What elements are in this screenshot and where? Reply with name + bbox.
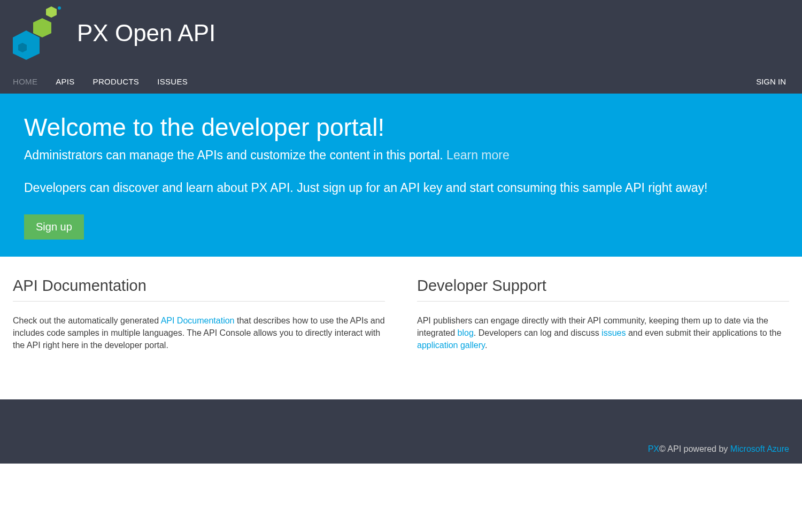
nav-apis[interactable]: APIS (56, 77, 74, 86)
left-text1: Check out the automatically generated (13, 316, 161, 325)
hero-subtitle-admin: Administrators can manage the APIs and c… (24, 148, 778, 163)
svg-point-4 (58, 6, 61, 10)
footer-px-link[interactable]: PX (648, 444, 659, 453)
api-documentation-link[interactable]: API Documentation (161, 316, 235, 325)
footer-mid: © API powered by (659, 444, 730, 453)
brand-title: PX Open API (77, 20, 215, 47)
footer-credit: PX© API powered by Microsoft Azure (648, 444, 789, 454)
hero-subtitle-dev: Developers can discover and learn about … (24, 179, 778, 197)
hero-sub1-text: Administrators can manage the APIs and c… (24, 148, 446, 162)
col-body-right: API publishers can engage directly with … (417, 314, 789, 352)
hero: Welcome to the developer portal! Adminis… (0, 94, 802, 257)
nav-home[interactable]: HOME (13, 77, 37, 86)
hero-title: Welcome to the developer portal! (24, 113, 778, 142)
col-api-documentation: API Documentation Check out the automati… (13, 277, 385, 352)
col-developer-support: Developer Support API publishers can eng… (417, 277, 789, 352)
navbar: HOME APIS PRODUCTS ISSUES SIGN IN (13, 70, 789, 94)
svg-marker-3 (46, 6, 57, 18)
right-text2: . Developers can log and discuss (474, 328, 602, 337)
col-title-right: Developer Support (417, 277, 789, 302)
signup-button[interactable]: Sign up (24, 214, 84, 240)
brand: PX Open API (13, 6, 789, 70)
col-title-left: API Documentation (13, 277, 385, 302)
learn-more-link[interactable]: Learn more (446, 148, 510, 162)
footer-azure-link[interactable]: Microsoft Azure (730, 444, 789, 453)
header: PX Open API HOME APIS PRODUCTS ISSUES SI… (0, 0, 802, 94)
issues-link[interactable]: issues (602, 328, 626, 337)
blog-link[interactable]: blog (458, 328, 474, 337)
nav-signin[interactable]: SIGN IN (756, 77, 786, 86)
col-body-left: Check out the automatically generated AP… (13, 314, 385, 352)
logo-icon (13, 6, 61, 60)
application-gallery-link[interactable]: application gallery (417, 341, 485, 350)
content-columns: API Documentation Check out the automati… (0, 257, 802, 400)
svg-marker-2 (33, 18, 51, 37)
right-text3: and even submit their applications to th… (626, 328, 781, 337)
nav-products[interactable]: PRODUCTS (93, 77, 140, 86)
nav-left: HOME APIS PRODUCTS ISSUES (13, 77, 188, 86)
footer: PX© API powered by Microsoft Azure (0, 399, 802, 464)
nav-issues[interactable]: ISSUES (157, 77, 188, 86)
right-text4: . (485, 341, 487, 350)
